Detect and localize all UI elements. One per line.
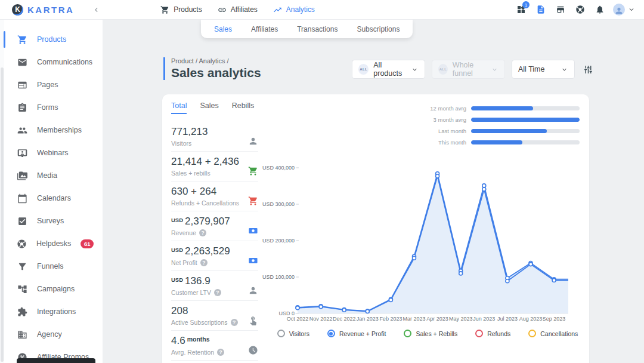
data-point[interactable] (413, 256, 416, 260)
help-wheel-icon[interactable] (575, 5, 585, 14)
sidebar-menu: ProductsCommunicationsPagesFormsMembersh… (0, 20, 103, 363)
period-bar-fill (471, 106, 533, 110)
legend-radio[interactable] (327, 330, 335, 337)
legend-radio[interactable] (475, 330, 483, 337)
sidebar-item-campaigns[interactable]: Campaigns (0, 278, 103, 300)
stat-label: Avrg. Retention? (171, 349, 258, 356)
legend-label: Refunds (487, 330, 510, 337)
topnav-item-affiliates[interactable]: Affiliates (218, 5, 258, 14)
data-point[interactable] (342, 308, 346, 312)
sidebar-item-communications[interactable]: Communications (0, 51, 103, 73)
sidebar-item-memberships[interactable]: Memberships (0, 119, 103, 141)
legend-label: Sales + Rebills (416, 330, 457, 337)
dropdown-value: Whole funnel (453, 61, 491, 78)
document-icon[interactable] (536, 5, 546, 14)
sidebar-item-helpdesks[interactable]: Helpdesks61 (0, 232, 103, 255)
period-bar-label: This month (428, 139, 466, 146)
sidebar-item-label: Calendars (37, 194, 71, 202)
clock-icon (248, 345, 258, 355)
filter-dropdown-all-time[interactable]: All Time (512, 60, 575, 79)
data-point[interactable] (436, 174, 439, 178)
stat-label: Net Profit? (171, 259, 258, 266)
legend-item-sales-rebills[interactable]: Sales + Rebills (404, 330, 457, 337)
stat-row-revenue: USD2,379,907Revenue? (171, 211, 258, 241)
help-icon[interactable]: ? (217, 349, 224, 356)
bell-icon[interactable] (595, 5, 605, 14)
sidebar: ProductsCommunicationsPagesFormsMembersh… (0, 20, 103, 363)
data-point[interactable] (319, 305, 323, 309)
legend-item-cancellations[interactable]: Cancellations (528, 330, 578, 337)
period-bar-12-month-avrg: 12 month avrg (428, 105, 580, 112)
advanced-filters-icon[interactable] (583, 64, 593, 75)
legend-label: Visitors (289, 330, 309, 337)
sidebar-item-label: Communications (37, 58, 92, 66)
sidebar-item-calendars[interactable]: Calendars (0, 187, 103, 210)
survey-icon (17, 216, 27, 226)
legend-radio[interactable] (404, 330, 411, 337)
sidebar-item-forms[interactable]: Forms (0, 96, 103, 119)
help-icon[interactable]: ? (231, 319, 238, 326)
sidebar-item-media[interactable]: Media (0, 164, 103, 187)
kartra-logo[interactable]: K KARTRA (12, 4, 74, 16)
help-icon[interactable]: ? (200, 259, 208, 266)
sidebar-item-surveys[interactable]: Surveys (0, 210, 103, 232)
help-icon[interactable]: ? (199, 229, 206, 236)
legend-label: Cancellations (540, 330, 578, 337)
legend-radio[interactable] (277, 330, 285, 337)
help-icon[interactable]: ? (214, 289, 221, 296)
storefront-icon[interactable] (556, 5, 565, 14)
stat-value: 208 (171, 305, 258, 317)
stats-list: 771,213Visitors21,414 + 2,436Sales + reb… (171, 122, 258, 361)
period-bar-fill (471, 129, 547, 133)
sidebar-item-funnels[interactable]: Funnels (0, 255, 103, 278)
svg-text:Aug 2023: Aug 2023 (519, 316, 543, 322)
period-bar-track (471, 140, 580, 144)
sidebar-item-agency[interactable]: Agency (0, 323, 103, 346)
period-bar-3-month-avrg: 3 month avrg (428, 116, 580, 123)
sidebar-item-pages[interactable]: Pages (0, 73, 103, 96)
subnav-tab-sales[interactable]: Sales (205, 25, 242, 33)
legend-item-refunds[interactable]: Refunds (475, 330, 510, 337)
period-bar-label: Last month (428, 128, 466, 134)
user-menu[interactable] (613, 4, 636, 16)
data-point[interactable] (506, 279, 509, 283)
sidebar-item-integrations[interactable]: Integrations (0, 300, 103, 323)
data-point[interactable] (529, 263, 532, 266)
stats-tab-total[interactable]: Total (171, 101, 187, 114)
sidebar-collapse-button[interactable] (92, 5, 101, 14)
legend-radio[interactable] (528, 330, 536, 337)
data-point[interactable] (296, 306, 299, 310)
stat-label: Revenue? (171, 229, 258, 236)
subnav-tab-affiliates[interactable]: Affiliates (242, 25, 287, 33)
blocks-icon[interactable]: 1 (516, 5, 526, 14)
svg-text:Oct 2022: Oct 2022 (287, 316, 309, 322)
breadcrumb[interactable]: Product / Analytics / (171, 57, 261, 64)
data-point[interactable] (366, 310, 369, 313)
filter-dropdown-all-products[interactable]: ALLAll products (352, 60, 425, 79)
stat-label: Customer LTV? (171, 289, 258, 296)
stats-tab-rebills[interactable]: Rebills (232, 101, 255, 114)
topnav-item-analytics[interactable]: Analytics (273, 5, 315, 14)
stat-row-refunds-cancellations: 630 + 264Refunds + Cancellations (171, 182, 258, 211)
stat-value: USD2,263,529 (171, 245, 258, 257)
sidebar-item-webinars[interactable]: Webinars (0, 141, 103, 164)
data-point[interactable] (552, 279, 556, 282)
legend-item-revenue-profit[interactable]: Revenue + Profit (327, 330, 386, 337)
media-icon (17, 171, 27, 181)
data-point[interactable] (459, 272, 463, 275)
filter-dropdown-whole-funnel[interactable]: ALLWhole funnel (432, 60, 505, 79)
svg-text:USD 200,000: USD 200,000 (262, 238, 295, 244)
data-point[interactable] (389, 298, 392, 302)
subnav-tab-subscriptions[interactable]: Subscriptions (347, 25, 409, 33)
topnav-item-products[interactable]: Products (160, 5, 202, 14)
stat-value: 4.6months (171, 335, 258, 347)
campaign-icon (17, 284, 27, 294)
data-point[interactable] (482, 184, 486, 187)
period-bar-last-month: Last month (428, 128, 580, 134)
sidebar-item-products[interactable]: Products (0, 28, 103, 51)
stats-tab-sales[interactable]: Sales (200, 101, 218, 114)
data-point[interactable] (482, 187, 486, 191)
subnav-tab-transactions[interactable]: Transactions (287, 25, 347, 33)
legend-item-visitors[interactable]: Visitors (277, 330, 309, 337)
cart-icon (17, 35, 27, 45)
